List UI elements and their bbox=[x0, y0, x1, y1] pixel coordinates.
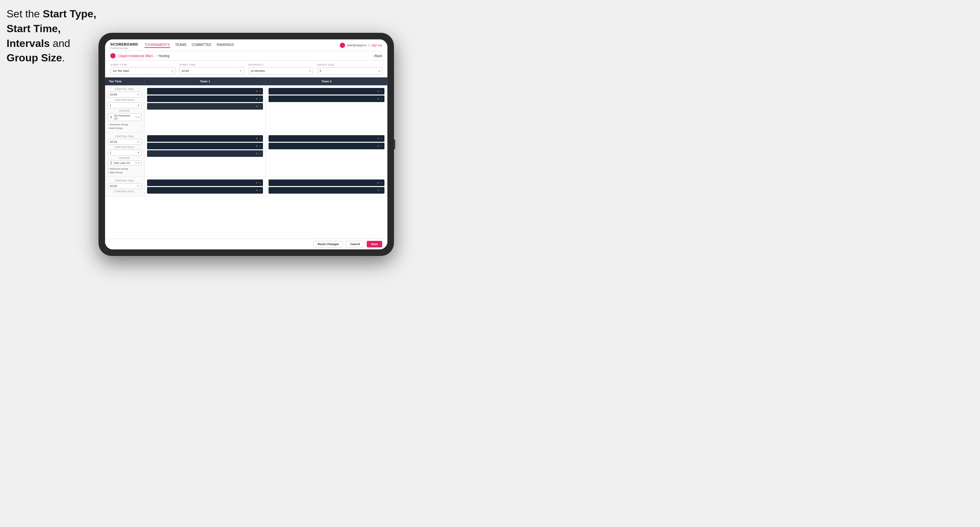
group-3-team2-p2-add[interactable]: ○ bbox=[381, 189, 382, 192]
group-1-team1-player-3[interactable]: ✕ ○ bbox=[147, 103, 263, 110]
group-1-team2-p2-add[interactable]: ○ bbox=[381, 97, 382, 100]
group-3-team2-p2-remove[interactable]: ✕ bbox=[377, 189, 380, 192]
group-1-starting-hole-input[interactable]: 1 ⬍ bbox=[108, 102, 142, 108]
group-3-team2-cell: ✕ ○ ✕ ○ bbox=[266, 177, 387, 196]
group-1-team1-p3-add[interactable]: ○ bbox=[259, 105, 261, 108]
group-3-team1-p2-remove[interactable]: ✕ bbox=[256, 189, 258, 192]
group-row-1: STARTING TIME: 10:00 ⏱ STARTING HOLE: 1 … bbox=[105, 85, 387, 133]
group-1-time-stepper-icon: ⏱ bbox=[137, 93, 140, 96]
logo-text: SCOREBOARD bbox=[110, 42, 138, 46]
group-2-course-expand-icon[interactable]: ▾ bbox=[138, 162, 140, 164]
group-2-starting-hole-input[interactable]: 1 ⬍ bbox=[108, 150, 142, 156]
group-1-team2-p2-remove[interactable]: ✕ bbox=[377, 97, 380, 100]
group-size-label: Group Size bbox=[317, 63, 382, 66]
group-2-hole-stepper-icon: ⬍ bbox=[137, 151, 140, 154]
group-1-team1-p2-add[interactable]: ○ bbox=[259, 97, 261, 100]
group-2-team1-player-2[interactable]: ✕ ○ bbox=[147, 143, 263, 149]
group-1-team1-p1-add[interactable]: ○ bbox=[259, 90, 261, 93]
group-2-starting-hole-value: 1 bbox=[110, 151, 111, 154]
group-3-starting-time-input[interactable]: 10:20 ⏱ bbox=[108, 183, 142, 189]
group-2-team2-player-2[interactable]: ✕ ○ bbox=[269, 143, 385, 149]
intervals-group: Intervals 10 Minutes ▾ bbox=[248, 63, 313, 75]
group-1-course-name: (A) Peachtree GC bbox=[114, 114, 134, 120]
group-2-team2-p1-remove[interactable]: ✕ bbox=[377, 137, 380, 140]
group-2-course-remove-icon[interactable]: ✕ bbox=[135, 162, 137, 164]
group-1-starting-hole-value: 1 bbox=[110, 104, 111, 107]
group-3-team2-player-2[interactable]: ✕ ○ bbox=[269, 187, 385, 194]
group-1-team2-p1-remove[interactable]: ✕ bbox=[377, 90, 380, 93]
table-header: Tee Time Team 1 Team 2 bbox=[105, 78, 387, 85]
tablet-screen: SCOREBOARD Powered by clipp TOURNAMENTS … bbox=[105, 40, 387, 249]
group-3-team1-cell: ✕ ○ ✕ ○ bbox=[145, 177, 266, 196]
nav-right: blair@clippd.io | Sign out bbox=[340, 43, 382, 48]
start-time-select[interactable]: 10:00 ⏱ bbox=[179, 67, 244, 75]
group-2-team2-cell: ✕ ○ ✕ ○ bbox=[266, 133, 387, 176]
group-2-team1-player-3[interactable]: ✕ ○ bbox=[147, 150, 263, 157]
group-2-team1-p3-remove[interactable]: ✕ bbox=[256, 152, 258, 155]
group-1-starting-time-input[interactable]: 10:00 ⏱ bbox=[108, 92, 142, 97]
group-2-team1-p3-add[interactable]: ○ bbox=[259, 152, 261, 155]
group-1-action-links: ○ Remove Group + Add Group bbox=[108, 123, 142, 130]
group-1-team2-player-1[interactable]: ✕ ○ bbox=[269, 88, 385, 95]
group-1-team1-p2-remove[interactable]: ✕ bbox=[256, 97, 258, 100]
th-team1: Team 1 bbox=[145, 78, 266, 85]
intervals-select[interactable]: 10 Minutes ▾ bbox=[248, 67, 313, 75]
group-2-remove-group-link[interactable]: ○ Remove Group bbox=[108, 167, 142, 170]
group-1-course-expand-icon[interactable]: ▾ bbox=[138, 116, 140, 119]
group-3-team1-p2-add[interactable]: ○ bbox=[259, 189, 261, 192]
group-3-team1-p1-add[interactable]: ○ bbox=[259, 181, 261, 184]
reset-changes-button[interactable]: Reset Changes bbox=[313, 241, 343, 248]
nav-tournaments[interactable]: TOURNAMENTS bbox=[145, 42, 170, 48]
nav-committee[interactable]: COMMITTEE bbox=[192, 42, 212, 48]
breadcrumb-separator: › bbox=[155, 54, 157, 58]
save-button[interactable]: Save bbox=[367, 241, 382, 248]
group-1-remove-group-link[interactable]: ○ Remove Group bbox=[108, 123, 142, 126]
sign-out-link[interactable]: Sign out bbox=[371, 44, 382, 47]
settings-bar: Start Type 1st Tee Start ▾ Start Time 10… bbox=[105, 61, 387, 78]
nav-rankings[interactable]: RANKINGS bbox=[217, 42, 234, 48]
group-1-starting-hole-label: STARTING HOLE: bbox=[108, 99, 142, 101]
group-1-team1-p1-remove[interactable]: ✕ bbox=[256, 90, 258, 93]
group-3-team1-player-2[interactable]: ✕ ○ bbox=[147, 187, 263, 194]
group-1-add-group-link[interactable]: + Add Group bbox=[108, 127, 142, 130]
group-1-team2-p1-add[interactable]: ○ bbox=[381, 90, 382, 93]
group-2-team1-player-1[interactable]: ✕ ○ bbox=[147, 135, 263, 142]
group-1-course-remove-icon[interactable]: ✕ bbox=[135, 116, 137, 119]
group-2-time-stepper-icon: ⏱ bbox=[137, 140, 140, 143]
group-2-team2-player-1[interactable]: ✕ ○ bbox=[269, 135, 385, 142]
group-2-add-group-link[interactable]: + Add Group bbox=[108, 171, 142, 174]
group-2-team1-p2-remove[interactable]: ✕ bbox=[256, 145, 258, 148]
group-size-select[interactable]: 3 ▾ bbox=[317, 67, 382, 75]
group-1-team2-player-2[interactable]: ✕ ○ bbox=[269, 95, 385, 102]
breadcrumb-tournament[interactable]: Clippd Invitational (Mar) bbox=[118, 54, 153, 58]
group-2-team1-p1-add[interactable]: ○ bbox=[259, 137, 261, 140]
group-3-starting-time-label: STARTING TIME: bbox=[108, 179, 142, 182]
instruction-text-3: and bbox=[50, 37, 70, 49]
group-2-starting-time-input[interactable]: 10:10 ⏱ bbox=[108, 139, 142, 145]
group-3-left-panel: STARTING TIME: 10:20 ⏱ STARTING HOLE: bbox=[105, 177, 145, 196]
instruction-text-1: Set the bbox=[6, 8, 43, 20]
group-3-time-stepper-icon: ⏱ bbox=[137, 185, 140, 188]
group-3-team1-player-1[interactable]: ✕ ○ bbox=[147, 179, 263, 186]
group-2-team1-p2-add[interactable]: ○ bbox=[259, 145, 261, 148]
main-content: Tee Time Team 1 Team 2 STARTING TIME: 10… bbox=[105, 78, 387, 238]
group-1-team1-p3-remove[interactable]: ✕ bbox=[256, 105, 258, 108]
nav-teams[interactable]: TEAMS bbox=[175, 42, 186, 48]
group-2-team2-p2-add[interactable]: ○ bbox=[381, 145, 382, 148]
back-button[interactable]: ‹ Back bbox=[373, 54, 382, 58]
group-2-course-label: COURSE: bbox=[108, 157, 142, 159]
group-1-team1-player-1[interactable]: ✕ ○ bbox=[147, 88, 263, 95]
group-3-team1-p1-remove[interactable]: ✕ bbox=[256, 181, 258, 184]
group-1-course-icon: 🏌 bbox=[110, 116, 113, 119]
group-3-team2-p1-add[interactable]: ○ bbox=[381, 181, 382, 184]
start-type-select[interactable]: 1st Tee Start ▾ bbox=[110, 67, 175, 75]
cancel-button[interactable]: Cancel bbox=[346, 241, 364, 248]
start-type-label: Start Type bbox=[110, 63, 175, 66]
group-2-team1-p1-remove[interactable]: ✕ bbox=[256, 137, 258, 140]
th-team2: Team 2 bbox=[266, 78, 387, 85]
group-1-team1-player-2[interactable]: ✕ ○ bbox=[147, 95, 263, 102]
group-3-team2-p1-remove[interactable]: ✕ bbox=[377, 181, 380, 184]
group-2-team2-p2-remove[interactable]: ✕ bbox=[377, 145, 380, 148]
group-2-team2-p1-add[interactable]: ○ bbox=[381, 137, 382, 140]
group-3-team2-player-1[interactable]: ✕ ○ bbox=[269, 179, 385, 186]
